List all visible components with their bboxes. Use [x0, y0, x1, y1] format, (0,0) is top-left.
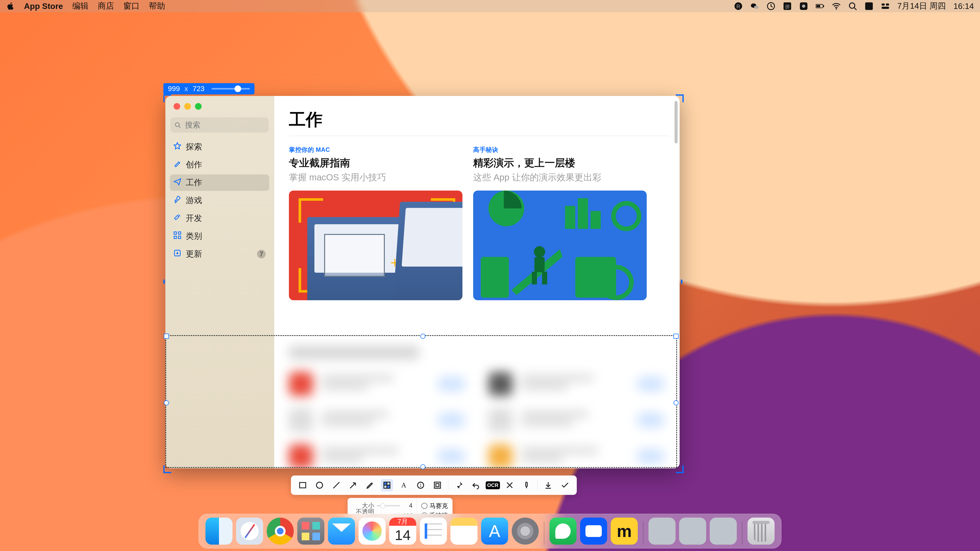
tool-crop-inset[interactable] [431, 479, 444, 491]
status-clock-icon[interactable] [767, 2, 775, 11]
selection-handle-left[interactable] [163, 279, 165, 284]
dock-recent-1[interactable] [649, 518, 676, 545]
dock-recent-2[interactable] [679, 518, 706, 545]
story-card-presentation[interactable]: 高手秘诀 精彩演示，更上一层楼 这些 App 让你的演示效果更出彩 [473, 146, 647, 300]
tool-mosaic[interactable] [381, 479, 393, 491]
dock-miro[interactable] [611, 518, 638, 545]
tool-pin[interactable] [453, 479, 465, 491]
dock-finder[interactable] [205, 518, 232, 545]
dock-settings[interactable] [512, 518, 539, 545]
svg-rect-20 [178, 232, 181, 234]
selection-handle-right[interactable] [681, 279, 682, 284]
mosaic-region[interactable] [165, 335, 677, 468]
mosaic-handle[interactable] [164, 400, 169, 405]
svg-rect-31 [535, 257, 545, 272]
svg-rect-42 [387, 485, 390, 488]
card-eyebrow: 高手秘诀 [473, 146, 647, 154]
status-app-r-icon[interactable]: R [734, 2, 743, 11]
capture-width: 999 [168, 85, 180, 93]
tool-confirm[interactable] [559, 479, 571, 491]
toolbar-separator [537, 480, 538, 490]
close-button[interactable] [173, 103, 180, 110]
dock-appstore[interactable] [481, 518, 508, 545]
tool-arrow[interactable] [347, 479, 360, 491]
rocket-icon [173, 196, 181, 205]
menu-store[interactable]: 商店 [98, 0, 114, 12]
sidebar-item-discover[interactable]: 探索 [170, 139, 269, 155]
search-input[interactable] [185, 121, 265, 130]
story-card-screenshot-guide[interactable]: 掌控你的 MAC 专业截屏指南 掌握 macOS 实用小技巧 ＋ [289, 146, 463, 300]
svg-point-38 [317, 482, 323, 488]
svg-rect-32 [532, 272, 537, 284]
sidebar-item-play[interactable]: 游戏 [170, 192, 269, 209]
tool-save[interactable] [542, 479, 554, 491]
capture-zoom-slider[interactable] [212, 88, 250, 89]
svg-text:R: R [736, 3, 740, 10]
dock-trash[interactable] [748, 518, 775, 545]
tool-wand[interactable] [520, 479, 533, 491]
status-wifi-icon[interactable] [832, 2, 841, 11]
dock-calendar[interactable] [389, 518, 416, 545]
mosaic-handle[interactable] [673, 333, 679, 339]
svg-text:A: A [401, 481, 406, 489]
minimize-button[interactable] [184, 103, 191, 110]
status-user-icon[interactable] [865, 2, 873, 11]
sidebar-item-work[interactable]: 工作 [170, 175, 269, 191]
status-control-center-icon[interactable] [881, 2, 890, 11]
sidebar-item-label: 创作 [186, 159, 202, 170]
status-wechat-icon[interactable] [750, 2, 759, 11]
dock-safari[interactable] [236, 518, 263, 545]
menu-edit[interactable]: 编辑 [72, 0, 89, 12]
tool-pencil[interactable] [364, 479, 376, 491]
tool-line[interactable] [330, 479, 342, 491]
menu-help[interactable]: 帮助 [149, 0, 165, 12]
dock-mail[interactable] [328, 518, 355, 545]
sidebar-item-updates[interactable]: 更新 7 [170, 246, 269, 262]
tool-ocr[interactable]: OCR [487, 479, 499, 491]
menubar-app-name[interactable]: App Store [24, 2, 63, 11]
sidebar-item-categories[interactable]: 类别 [170, 228, 269, 245]
mosaic-handle[interactable] [420, 333, 425, 339]
mosaic-handle[interactable] [673, 400, 679, 405]
tool-counter[interactable]: 1 [414, 479, 427, 491]
tool-cancel[interactable] [504, 479, 516, 491]
svg-text:1: 1 [419, 483, 422, 487]
dock-photos[interactable] [359, 518, 386, 545]
size-slider[interactable] [377, 505, 400, 507]
svg-point-18 [175, 123, 179, 127]
status-input-icon[interactable]: 拼 [783, 2, 792, 11]
dock-reminders[interactable] [420, 518, 447, 545]
page-title: 工作 [289, 108, 665, 131]
status-spotlight-icon[interactable] [848, 2, 857, 11]
tool-rectangle[interactable] [297, 479, 309, 491]
dock-notes[interactable] [450, 518, 477, 545]
updates-badge: 7 [257, 250, 266, 259]
sidebar-item-create[interactable]: 创作 [170, 157, 269, 173]
apple-menu-icon[interactable] [6, 2, 15, 11]
radio-mosaic[interactable]: 马赛克 [422, 502, 448, 510]
selection-handle-tr[interactable] [676, 94, 684, 102]
svg-point-13 [850, 3, 855, 8]
sidebar-item-develop[interactable]: 开发 [170, 210, 269, 227]
dock-chrome[interactable] [267, 518, 294, 545]
dock-wechat[interactable] [549, 518, 576, 545]
mosaic-handle[interactable] [420, 464, 425, 469]
svg-rect-27 [590, 211, 601, 229]
menubar-time[interactable]: 16:14 [953, 2, 974, 11]
status-battery-icon[interactable] [816, 2, 824, 11]
tool-text[interactable]: A [398, 479, 410, 491]
menubar-date[interactable]: 7月14日 周四 [897, 0, 946, 12]
dock-launchpad[interactable] [298, 518, 325, 545]
scrollbar[interactable] [675, 101, 678, 143]
tool-ellipse[interactable] [313, 479, 326, 491]
tool-undo[interactable] [470, 479, 482, 491]
search-field[interactable] [170, 118, 269, 133]
selection-handle-tl[interactable] [163, 94, 171, 102]
dock-zoom-app[interactable] [580, 518, 607, 545]
mosaic-handle[interactable] [164, 333, 169, 339]
menu-window[interactable]: 窗口 [123, 0, 140, 12]
status-screenshot-icon[interactable] [799, 2, 808, 11]
dock-recent-3[interactable] [710, 518, 737, 545]
zoom-button[interactable] [195, 103, 202, 110]
svg-rect-25 [565, 206, 575, 229]
